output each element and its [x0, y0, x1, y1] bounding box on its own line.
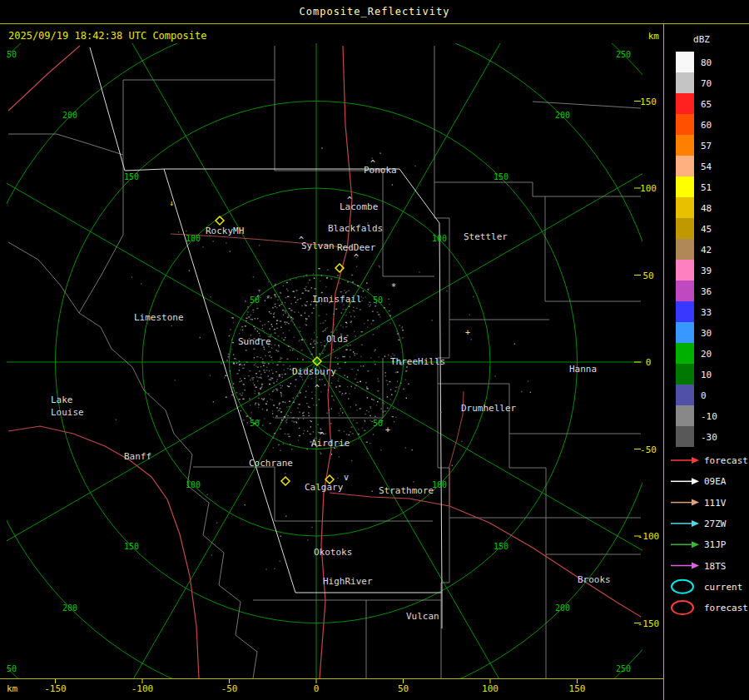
- county-boundary-line: [79, 313, 257, 678]
- colorbar-swatch: [676, 93, 694, 114]
- colorbar-swatch: [676, 239, 694, 260]
- city-label: Louise: [51, 407, 84, 418]
- colorbar-value-label: 39: [701, 266, 712, 276]
- county-boundary-line: [79, 155, 123, 313]
- right-axis-tick-label: -100: [637, 531, 660, 542]
- colorbar-swatch: [676, 197, 694, 218]
- point-marker-icon: ^: [354, 253, 359, 262]
- bottom-axis-tick-label: -50: [221, 683, 238, 694]
- colorbar-swatch: [676, 280, 694, 301]
- legend-item-label: forecast: [704, 455, 748, 466]
- city-label: Sylvan: [301, 241, 335, 251]
- range-ring-label: 150: [124, 172, 139, 181]
- city-label: RockyMH: [206, 226, 244, 236]
- coverage-boundary-line: [90, 47, 164, 171]
- colorbar-value-label: 48: [701, 203, 712, 214]
- timestamp: 2025/09/19 18:42:38 UTC Composite: [8, 30, 206, 42]
- range-ring-label: 200: [555, 111, 570, 120]
- city-label: Airdrie: [311, 438, 350, 449]
- range-ring-label: 50: [250, 419, 260, 428]
- bottom-axis-tick-label: 100: [482, 683, 499, 694]
- bottom-axis-tick-label: -100: [131, 683, 154, 694]
- county-boundary-line: [8, 46, 275, 155]
- colorbar-value-label: 60: [701, 120, 712, 131]
- point-marker-icon: v: [344, 473, 349, 482]
- point-marker-icon: +: [465, 328, 470, 337]
- county-boundary-line: [509, 434, 641, 518]
- legend-arrowhead-icon: [692, 499, 699, 506]
- colorbar-swatch: [676, 322, 694, 343]
- county-boundary-line: [275, 80, 287, 171]
- colorbar-swatch: [676, 301, 694, 322]
- point-marker-icon: ^: [299, 236, 304, 245]
- city-label: ThreeHills: [390, 356, 445, 367]
- radar-map-canvas[interactable]: 5010015020025050100150200250501001502002…: [0, 0, 749, 700]
- range-ring-label: 150: [494, 172, 508, 181]
- city-label: Lacombe: [340, 201, 378, 212]
- city-label: Calgary: [305, 482, 344, 493]
- highway-line: [8, 426, 199, 678]
- point-marker-icon: ↓: [169, 198, 174, 207]
- colorbar-swatch: [676, 385, 694, 405]
- colorbar-legend-layer: 807065605754514845423936333020100-10-30f…: [671, 52, 748, 614]
- point-marker-icon: ^: [320, 431, 325, 440]
- colorbar-swatch: [676, 114, 694, 135]
- bottom-axis-unit-label: km: [7, 683, 18, 694]
- legend-item-label: forecast: [704, 603, 748, 613]
- point-marker-icon: ^: [347, 196, 352, 205]
- legend-item-label: current: [704, 582, 742, 593]
- point-marker-icon: ^: [315, 384, 320, 393]
- colorbar-value-label: 36: [701, 286, 712, 297]
- city-label: Cochrane: [249, 458, 293, 469]
- county-boundary-line: [533, 102, 641, 108]
- city-label: Stettler: [464, 231, 508, 242]
- range-ring-label: 250: [2, 50, 17, 59]
- point-marker-icon: ^: [370, 159, 375, 168]
- legend-arrowhead-icon: [692, 457, 699, 464]
- range-ring-label: 250: [616, 50, 631, 59]
- county-boundary-line: [434, 182, 641, 196]
- colorbar-swatch: [676, 364, 694, 385]
- bottom-axis-tick-label: -150: [44, 683, 67, 694]
- colorbar-value-label: 80: [701, 57, 712, 68]
- county-boundary-line: [545, 196, 641, 301]
- bottom-axis-tick-label: 50: [398, 683, 409, 694]
- radar-app-window: 5010015020025050100150200250501001502002…: [0, 0, 749, 700]
- range-ring-label: 100: [432, 234, 447, 243]
- city-label: Sundre: [238, 336, 271, 347]
- legend-ellipse-icon: [672, 601, 693, 614]
- range-ring-label: 50: [373, 419, 383, 428]
- colorbar-value-label: 0: [701, 390, 707, 401]
- legend-item-label: 31JP: [704, 539, 727, 550]
- colorbar-swatch: [676, 176, 694, 197]
- range-ring-label: 250: [616, 664, 631, 673]
- map-layers: 5010015020025050100150200250501001502002…: [0, 0, 749, 700]
- colorbar-title: dBZ: [693, 34, 710, 45]
- highway-line: [8, 46, 80, 111]
- legend-arrowhead-icon: [692, 541, 699, 548]
- colorbar-value-label: 10: [701, 370, 712, 380]
- city-label: Banff: [124, 451, 151, 462]
- city-label: Strathmore: [379, 485, 434, 496]
- county-boundary-line: [8, 242, 79, 313]
- range-ring-label: 100: [186, 234, 201, 243]
- colorbar-value-label: 30: [701, 328, 712, 339]
- point-marker-icon: +: [385, 425, 390, 434]
- site-diamond-icon: [281, 477, 290, 485]
- range-ring-label: 200: [62, 603, 77, 613]
- right-axis-tick-label: -50: [640, 444, 657, 455]
- bottom-axis-tick-label: 150: [569, 683, 586, 694]
- colorbar-value-label: 45: [701, 224, 712, 235]
- range-ring-label: 250: [2, 664, 17, 673]
- colorbar-value-label: 20: [701, 349, 712, 360]
- range-ring-label: 150: [494, 542, 508, 551]
- colorbar-swatch: [676, 218, 694, 239]
- colorbar-swatch: [676, 260, 694, 280]
- point-marker-icon: *: [391, 282, 396, 291]
- legend-arrowhead-icon: [692, 478, 699, 484]
- colorbar-value-label: 54: [701, 161, 712, 172]
- right-axis-tick-label: 0: [646, 357, 652, 368]
- city-label: HighRiver: [323, 576, 373, 587]
- range-ring-label: 200: [62, 111, 77, 120]
- colorbar-value-label: 33: [701, 307, 712, 318]
